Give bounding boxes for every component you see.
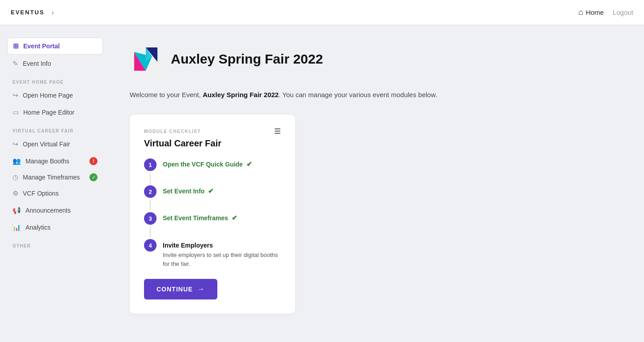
navbar-home-link[interactable]: ⌂ Home: [578, 8, 604, 17]
module-title: Virtual Career Fair: [144, 138, 281, 149]
step-3-line: [150, 227, 151, 237]
sidebar-item-event-portal[interactable]: ⊞ Event Portal: [7, 38, 103, 55]
sidebar-item-manage-timeframes-row: ◷ Manage Timeframes ✓: [7, 169, 103, 185]
sidebar-item-announcements[interactable]: 📢 Announcements: [7, 202, 103, 218]
sidebar-section-vcf: VIRTUAL CAREER FAIR: [7, 121, 103, 136]
continue-arrow-icon: →: [197, 285, 205, 293]
sidebar-item-label: Manage Booths: [25, 158, 69, 165]
navbar-expand-icon[interactable]: ›: [51, 9, 54, 16]
edit-icon: ✎: [13, 60, 18, 68]
step-1-line: [150, 173, 151, 184]
event-logo: [130, 43, 162, 75]
step-2-line: [150, 200, 151, 210]
arrow-right-icon: ↪: [13, 91, 18, 99]
megaphone-icon: 📢: [13, 206, 21, 214]
step-2-label: Set Event Info ✔: [163, 187, 281, 195]
event-header: Auxley Spring Fair 2022: [130, 43, 617, 75]
sidebar-item-event-info[interactable]: ✎ Event Info: [7, 56, 103, 72]
module-card: MODULE CHECKLIST ☰ Virtual Career Fair 1…: [130, 115, 295, 314]
main-layout: ⊞ Event Portal ✎ Event Info EVENT HOME P…: [0, 25, 644, 342]
step-3-circle: 3: [144, 212, 157, 225]
sidebar-item-vcf-options[interactable]: ⚙ VCF Options: [7, 185, 103, 201]
sidebar-item-home-page-editor[interactable]: ▭ Home Page Editor: [7, 104, 103, 120]
checklist-step-4: 4 Invite Employers Invite employers to s…: [144, 239, 281, 268]
sidebar-item-manage-booths[interactable]: 👥 Manage Booths: [7, 153, 89, 169]
sidebar-item-open-home-page[interactable]: ↪ Open Home Page: [7, 87, 103, 103]
checklist-step-3: 3 Set Event Timeframes ✔: [144, 212, 281, 239]
welcome-text: Welcome to your Event, Auxley Spring Fai…: [130, 90, 461, 100]
step-2-check-icon: ✔: [208, 187, 214, 195]
step-4-content: Invite Employers Invite employers to set…: [163, 240, 281, 268]
arrow-right-icon: ↪: [13, 140, 18, 148]
step-1-content: Open the VCF Quick Guide ✔: [163, 158, 281, 168]
step-4-circle: 4: [144, 239, 157, 252]
sidebar-item-analytics[interactable]: 📊 Analytics: [7, 219, 103, 235]
sidebar-item-label: Event Info: [23, 60, 51, 67]
step-1-label: Open the VCF Quick Guide ✔: [163, 160, 281, 168]
sidebar-item-label: Home Page Editor: [23, 109, 74, 116]
step-2-content: Set Event Info ✔: [163, 185, 281, 195]
navbar-right: ⌂ Home Logout: [578, 8, 633, 17]
step-2-left: 2: [144, 185, 157, 212]
sidebar-item-label: Analytics: [25, 224, 51, 231]
sidebar-item-manage-booths-row: 👥 Manage Booths !: [7, 153, 103, 169]
sidebar: ⊞ Event Portal ✎ Event Info EVENT HOME P…: [0, 25, 103, 342]
checklist: 1 Open the VCF Quick Guide ✔ 2: [144, 158, 281, 268]
checklist-icon: ☰: [274, 127, 281, 136]
checklist-step-2: 2 Set Event Info ✔: [144, 185, 281, 212]
navbar-left: EVENTUS ›: [11, 9, 54, 16]
checklist-step-1: 1 Open the VCF Quick Guide ✔: [144, 158, 281, 185]
event-title: Auxley Spring Fair 2022: [171, 51, 323, 67]
home-icon: ⌂: [578, 8, 583, 17]
monitor-icon: ▭: [13, 108, 19, 116]
navbar: EVENTUS › ⌂ Home Logout: [0, 0, 644, 25]
users-icon: 👥: [13, 157, 21, 165]
clock-icon: ◷: [13, 173, 18, 181]
step-1-circle: 1: [144, 158, 157, 171]
manage-booths-badge: !: [89, 157, 97, 165]
sidebar-item-label: Event Portal: [23, 43, 60, 50]
module-checklist-label: MODULE CHECKLIST ☰: [144, 127, 281, 136]
continue-button[interactable]: CONTINUE →: [144, 279, 217, 299]
bar-chart-icon: 📊: [13, 223, 21, 231]
sidebar-section-other: OTHER: [7, 236, 103, 251]
step-1-left: 1: [144, 158, 157, 185]
welcome-event-name: Auxley Spring Fair 2022: [203, 91, 279, 98]
manage-timeframes-badge: ✓: [89, 173, 97, 181]
navbar-logout-button[interactable]: Logout: [613, 9, 633, 16]
sidebar-section-event-home-page: EVENT HOME PAGE: [7, 73, 103, 87]
sidebar-item-label: Manage Timeframes: [23, 174, 80, 181]
sidebar-item-label: Open Virtual Fair: [23, 141, 70, 148]
invite-description: Invite employers to set up their digital…: [163, 251, 281, 268]
step-3-left: 3: [144, 212, 157, 239]
main-content: Auxley Spring Fair 2022 Welcome to your …: [103, 25, 644, 342]
welcome-suffix: . You can manage your various event modu…: [279, 91, 437, 98]
navbar-home-label: Home: [586, 9, 604, 16]
grid-icon: ⊞: [13, 42, 19, 50]
step-1-check-icon: ✔: [246, 160, 252, 168]
sidebar-item-open-virtual-fair[interactable]: ↪ Open Virtual Fair: [7, 136, 103, 152]
step-2-circle: 2: [144, 185, 157, 198]
sidebar-item-label: Announcements: [25, 207, 71, 214]
sidebar-item-label: VCF Options: [23, 190, 59, 197]
step-4-label: Invite Employers: [163, 242, 281, 249]
navbar-logo: EVENTUS: [11, 9, 44, 16]
step-3-check-icon: ✔: [232, 214, 237, 222]
welcome-prefix: Welcome to your Event,: [130, 91, 203, 98]
sidebar-item-label: Open Home Page: [23, 92, 73, 99]
step-3-content: Set Event Timeframes ✔: [163, 212, 281, 222]
settings-icon: ⚙: [13, 189, 18, 197]
continue-label: CONTINUE: [157, 286, 193, 293]
step-3-label: Set Event Timeframes ✔: [163, 214, 281, 222]
step-4-left: 4: [144, 239, 157, 252]
sidebar-item-manage-timeframes[interactable]: ◷ Manage Timeframes: [7, 169, 89, 185]
